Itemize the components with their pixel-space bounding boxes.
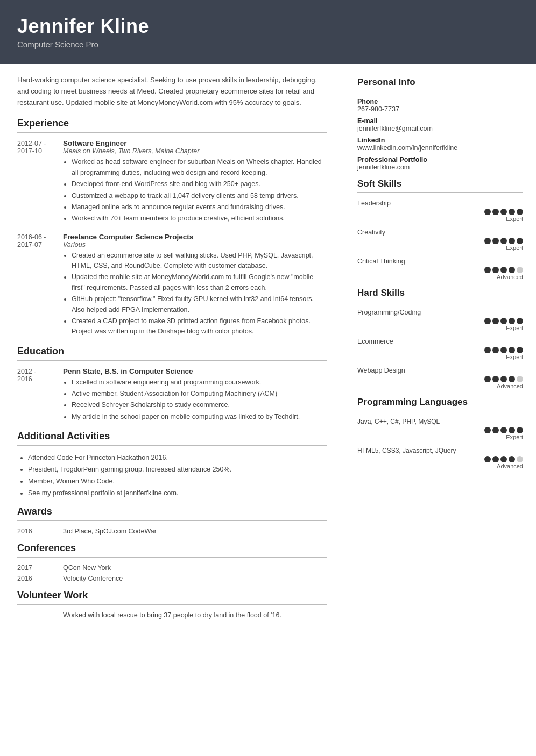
skill-name-programming: Programming/Coding <box>357 309 523 316</box>
conf-entry-2: 2016 Velocity Conference <box>17 575 327 582</box>
dot <box>509 238 515 244</box>
awards-divider <box>17 520 327 521</box>
portfolio-value: jenniferfkline.com <box>357 163 523 171</box>
hard-skills-title: Hard Skills <box>357 288 523 298</box>
phone-label: Phone <box>357 98 523 105</box>
awards-title: Awards <box>17 506 327 517</box>
dot <box>484 427 491 433</box>
personal-info-section: Personal Info Phone 267-980-7737 E-mail … <box>357 77 523 171</box>
skill-name-leadership: Leadership <box>357 199 523 207</box>
dot <box>517 427 523 433</box>
conf-year-2: 2016 <box>17 575 63 582</box>
dot <box>492 209 499 215</box>
dot <box>484 318 491 324</box>
skill-name-critical-thinking: Critical Thinking <box>357 258 523 265</box>
edu-dates-1: 2012 - 2016 <box>17 367 63 424</box>
edu-bullets-1: Excelled in software engineering and pro… <box>63 377 300 423</box>
experience-entry-2: 2016-06 - 2017-07 Freelance Computer Sci… <box>17 233 327 338</box>
bullet: Active member, Student Association for C… <box>72 389 300 399</box>
candidate-subtitle: Computer Science Pro <box>17 40 519 49</box>
hard-skills-divider <box>357 302 523 302</box>
dot <box>500 376 507 382</box>
skill-name-ecommerce: Ecommerce <box>357 338 523 345</box>
dot <box>492 456 499 462</box>
skill-level-webapp: Advanced <box>357 383 523 389</box>
linkedin-value: www.linkedin.com/in/jenniferfkline <box>357 144 523 152</box>
hard-skill-programming: Programming/Coding Expert <box>357 309 523 331</box>
dot <box>517 376 523 382</box>
awards-section: Awards 2016 3rd Place, SpOJ.com CodeWar <box>17 506 327 535</box>
prog-lang-1: Java, C++, C#, PHP, MySQL Expert <box>357 418 523 440</box>
bullet: Customized a webapp to track all 1,047 d… <box>72 191 327 201</box>
experience-entry-1: 2012-07 - 2017-10 Software Engineer Meal… <box>17 139 327 225</box>
activities-section: Additional Activities Attended Code For … <box>17 431 327 498</box>
candidate-name: Jennifer Kline <box>17 15 519 38</box>
experience-title: Experience <box>17 118 327 129</box>
left-column: Hard-working computer science specialist… <box>0 64 344 637</box>
skill-level-ecommerce: Expert <box>357 354 523 360</box>
personal-info-portfolio: Professional Portfolio jenniferfkline.co… <box>357 156 523 171</box>
dot <box>517 347 523 353</box>
volunteer-divider <box>17 604 327 605</box>
prog-lang-level-2: Advanced <box>357 463 523 469</box>
dots-prog-1 <box>357 427 523 433</box>
bullet: Attended Code For Princeton Hackathon 20… <box>28 452 327 463</box>
volunteer-text: Worked with local rescue to bring 37 peo… <box>17 611 327 619</box>
dot <box>492 318 499 324</box>
bullet: Worked with 70+ team members to produce … <box>72 213 327 224</box>
email-value: jenniferfkline@gmail.com <box>357 125 523 132</box>
bullet: Updated the mobile site at MoneyMoneyWor… <box>72 272 327 293</box>
skill-level-programming: Expert <box>357 325 523 331</box>
conferences-title: Conferences <box>17 543 327 554</box>
soft-skill-critical-thinking: Critical Thinking Advanced <box>357 258 523 280</box>
conf-year-1: 2017 <box>17 564 63 572</box>
skill-name-creativity: Creativity <box>357 229 523 236</box>
activities-title: Additional Activities <box>17 431 327 442</box>
bullet: Developed front-end WordPress site and b… <box>72 179 327 189</box>
header: Jennifer Kline Computer Science Pro <box>0 0 536 64</box>
linkedin-label: LinkedIn <box>357 137 523 144</box>
dot <box>509 427 515 433</box>
dot <box>509 456 515 462</box>
education-entry-1: 2012 - 2016 Penn State, B.S. in Computer… <box>17 367 327 424</box>
email-label: E-mail <box>357 117 523 125</box>
soft-skills-divider <box>357 192 523 193</box>
dots-ecommerce <box>357 347 523 353</box>
dot <box>500 238 507 244</box>
prog-lang-level-1: Expert <box>357 434 523 440</box>
dot <box>484 456 491 462</box>
dot <box>492 347 499 353</box>
exp-bullets-2: Created an ecommerce site to sell walkin… <box>63 251 327 337</box>
prog-lang-divider <box>357 411 523 411</box>
dots-prog-2 <box>357 456 523 462</box>
bullet: Member, Women Who Code. <box>28 476 327 487</box>
dots-webapp <box>357 376 523 382</box>
prog-lang-name-1: Java, C++, C#, PHP, MySQL <box>357 418 523 425</box>
job-title-2: Freelance Computer Science Projects <box>63 233 327 241</box>
phone-value: 267-980-7737 <box>357 105 523 113</box>
volunteer-section: Volunteer Work Worked with local rescue … <box>17 590 327 619</box>
bullet: Managed online ads to announce regular e… <box>72 202 327 212</box>
experience-section: Experience 2012-07 - 2017-10 Software En… <box>17 118 327 338</box>
dot <box>500 427 507 433</box>
exp-dates-2: 2016-06 - 2017-07 <box>17 233 63 338</box>
conf-name-1: QCon New York <box>63 564 111 572</box>
dot <box>517 238 523 244</box>
award-year-1: 2016 <box>17 527 63 535</box>
dot <box>509 318 515 324</box>
skill-name-webapp: Webapp Design <box>357 367 523 374</box>
hard-skill-webapp: Webapp Design Advanced <box>357 367 523 389</box>
school-name-1: Penn State, B.S. in Computer Science <box>63 367 300 375</box>
prog-lang-section: Programming Languages Java, C++, C#, PHP… <box>357 397 523 469</box>
personal-info-divider <box>357 91 523 91</box>
skill-level-creativity: Expert <box>357 245 523 251</box>
personal-info-title: Personal Info <box>357 77 523 88</box>
dot <box>517 209 523 215</box>
dot <box>500 209 507 215</box>
bullet: See my professional portfolio at jennife… <box>28 488 327 498</box>
job-title-1: Software Engineer <box>63 139 327 147</box>
bullet: GitHub project: "tensorflow." Fixed faul… <box>72 294 327 315</box>
education-title: Education <box>17 346 327 357</box>
award-entry-1: 2016 3rd Place, SpOJ.com CodeWar <box>17 527 327 535</box>
dot <box>509 267 515 273</box>
